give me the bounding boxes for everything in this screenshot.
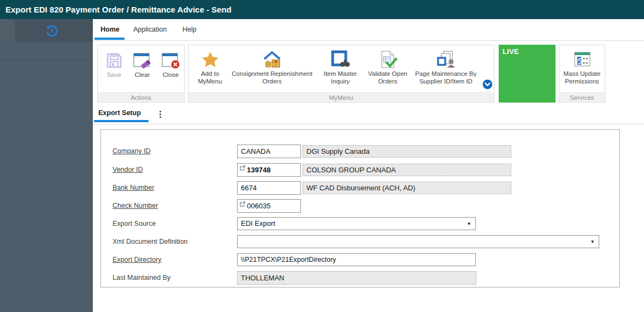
sidebar <box>0 19 93 312</box>
tab-strip: Export Setup <box>93 106 644 124</box>
mass-update-permissions-label: Mass Update Permissions <box>561 70 604 85</box>
xml-document-definition-select[interactable]: ▼ <box>237 235 599 248</box>
save-button[interactable]: Save <box>104 50 124 79</box>
export-source-select[interactable]: EDI Export ▼ <box>237 217 476 230</box>
page-maintenance-icon <box>435 49 457 70</box>
xml-document-definition-label: Xml Document Definition <box>113 235 233 249</box>
bank-name-readonly: WF CAD Disbursement (ACH, AD) <box>303 182 511 194</box>
export-source-row: Export Source EDI Export ▼ <box>101 217 619 231</box>
close-button[interactable]: Close <box>161 50 181 79</box>
company-id-input[interactable] <box>237 145 301 158</box>
save-icon <box>105 50 123 71</box>
actions-group-label: Actions <box>98 92 184 102</box>
check-number-input[interactable] <box>247 202 298 210</box>
mass-update-permissions-button[interactable]: Mass Update Permissions <box>561 49 604 85</box>
ribbon: Save Clear <box>93 41 644 106</box>
history-button[interactable] <box>44 23 60 39</box>
close-icon <box>161 50 181 71</box>
environment-badge: LIVE <box>499 45 556 103</box>
company-id-row: Company ID DGI Supply Canada <box>101 145 619 158</box>
validate-open-orders-label: Validate Open Orders <box>366 70 410 85</box>
vendor-name-readonly: COLSON GROUP CANADA <box>303 164 511 176</box>
menu-application[interactable]: Application <box>133 19 167 40</box>
drill-link-icon <box>240 165 245 171</box>
clear-icon <box>133 50 152 71</box>
export-source-label: Export Source <box>113 217 233 231</box>
tab-options-kebab-icon[interactable] <box>157 111 163 119</box>
vendor-id-row: Vendor ID COLSON GROUP CANADA <box>101 163 619 177</box>
item-master-inquiry-icon <box>330 49 350 70</box>
chevron-down-circle-icon <box>482 79 493 89</box>
star-icon <box>201 49 220 70</box>
last-maintained-by-label: Last Maintained By <box>113 271 233 285</box>
page-maintenance-label: Page Maintenance By Supplier ID/Item ID <box>415 70 478 85</box>
add-to-mymenu-button[interactable]: Add to MyMenu <box>196 49 224 85</box>
ribbon-group-services: Mass Update Permissions Services <box>559 45 605 103</box>
consignment-replenishment-button[interactable]: Consignment Replenishment Orders <box>229 49 315 85</box>
dropdown-arrow-icon: ▼ <box>467 218 471 230</box>
export-directory-label[interactable]: Export Directory <box>113 253 233 267</box>
export-source-value: EDI Export <box>241 219 275 227</box>
item-master-inquiry-button[interactable]: Item Master Inquiry <box>320 49 361 85</box>
export-setup-panel: Company ID DGI Supply Canada Vendor ID C… <box>101 129 620 287</box>
company-name-readonly: DGI Supply Canada <box>303 145 511 158</box>
vendor-id-label[interactable]: Vendor ID <box>113 163 233 177</box>
history-icon <box>45 25 58 38</box>
app-window: Export EDI 820 Payment Order / Remittanc… <box>0 0 644 312</box>
tab-export-setup[interactable]: Export Setup <box>98 109 141 117</box>
last-maintained-by-row: Last Maintained By THOLLEMAN <box>101 271 619 285</box>
save-label: Save <box>107 71 121 79</box>
environment-badge-label: LIVE <box>503 47 519 56</box>
company-id-label[interactable]: Company ID <box>113 145 233 158</box>
check-number-label[interactable]: Check Number <box>113 199 233 213</box>
bank-number-input[interactable] <box>237 181 301 195</box>
xml-document-definition-row: Xml Document Definition ▼ <box>101 235 619 249</box>
vendor-id-field[interactable] <box>237 163 301 177</box>
window-title: Export EDI 820 Payment Order / Remittanc… <box>0 0 644 19</box>
clear-button[interactable]: Clear <box>132 50 152 79</box>
menu-help[interactable]: Help <box>182 19 197 40</box>
check-number-row: Check Number <box>101 199 619 213</box>
page-maintenance-button[interactable]: Page Maintenance By Supplier ID/Item ID <box>415 49 478 85</box>
ribbon-overflow-button[interactable] <box>482 79 493 92</box>
active-menu-underline <box>94 38 125 40</box>
active-tab-underline <box>94 120 149 122</box>
mass-update-permissions-icon <box>573 49 592 70</box>
clear-label: Clear <box>135 71 150 79</box>
check-number-field[interactable] <box>237 199 301 213</box>
services-group-label: Services <box>559 92 605 102</box>
consignment-replenishment-label: Consignment Replenishment Orders <box>229 70 315 85</box>
export-directory-row: Export Directory <box>101 253 619 267</box>
vendor-id-input[interactable] <box>247 166 298 174</box>
validate-open-orders-button[interactable]: Validate Open Orders <box>366 49 410 85</box>
export-directory-input[interactable] <box>237 253 476 266</box>
bank-number-label[interactable]: Bank Number <box>113 181 233 195</box>
sidebar-mini-square[interactable] <box>0 19 16 42</box>
bank-number-row: Bank Number WF CAD Disbursement (ACH, AD… <box>101 181 619 195</box>
ribbon-group-mymenu: Add to MyMenu <box>188 45 494 103</box>
close-label: Close <box>163 71 179 79</box>
last-maintained-by-readonly: THOLLEMAN <box>237 271 476 285</box>
drill-link-icon <box>240 201 245 207</box>
item-master-inquiry-label: Item Master Inquiry <box>320 70 361 85</box>
add-to-mymenu-label: Add to MyMenu <box>196 70 224 85</box>
consignment-house-icon <box>261 49 283 70</box>
validate-open-orders-icon <box>378 49 398 70</box>
ribbon-menubar: Home Application Help <box>93 19 644 41</box>
sidebar-row-divider <box>0 42 93 60</box>
dropdown-arrow-icon: ▼ <box>590 236 595 248</box>
sidebar-top-band <box>0 19 93 42</box>
mymenu-group-label: MyMenu <box>188 92 494 102</box>
ribbon-group-actions: Save Clear <box>97 45 185 103</box>
